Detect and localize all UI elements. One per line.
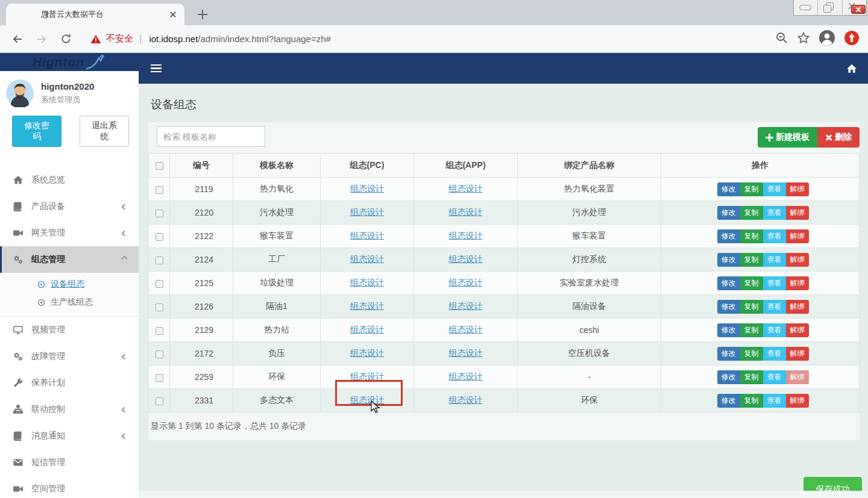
extension-icon[interactable]	[844, 30, 860, 48]
app-config-link[interactable]: 组态设计	[449, 348, 483, 358]
app-config-link[interactable]: 组态设计	[449, 231, 483, 240]
sidebar-subitem-line-config[interactable]: 生产线组态	[0, 293, 139, 311]
app-config-link[interactable]: 组态设计	[449, 395, 483, 405]
app-config-link[interactable]: 组态设计	[449, 184, 483, 193]
row-checkbox[interactable]	[156, 350, 163, 358]
copy-button[interactable]: 复制	[740, 182, 763, 196]
pc-config-link[interactable]: 组态设计	[350, 325, 384, 334]
search-input[interactable]	[157, 126, 265, 147]
new-template-button[interactable]: 新建模板	[758, 127, 817, 148]
back-button[interactable]	[8, 30, 27, 48]
app-config-link[interactable]: 组态设计	[449, 278, 483, 287]
copy-button[interactable]: 复制	[740, 206, 763, 220]
unbind-button[interactable]: 解绑	[786, 182, 809, 196]
forward-button[interactable]	[33, 30, 51, 48]
window-minimize-button[interactable]	[794, 0, 818, 15]
view-button[interactable]: 查看	[763, 253, 786, 267]
app-config-link[interactable]: 组态设计	[449, 325, 483, 334]
unbind-button[interactable]: 解绑	[786, 347, 809, 361]
window-restore-button[interactable]	[818, 0, 842, 15]
row-checkbox[interactable]	[156, 210, 163, 217]
logout-button[interactable]: 退出系统	[80, 116, 129, 147]
profile-avatar-icon[interactable]	[819, 30, 835, 48]
view-button[interactable]: 查看	[763, 300, 786, 314]
row-checkbox[interactable]	[156, 280, 163, 288]
view-button[interactable]: 查看	[763, 206, 786, 220]
pc-config-link[interactable]: 组态设计	[350, 348, 384, 358]
unbind-button[interactable]: 解绑	[786, 229, 809, 243]
sidebar-item-linkage[interactable]: 联动控制	[0, 396, 139, 423]
row-checkbox[interactable]	[156, 327, 163, 335]
unbind-button[interactable]: 解绑	[786, 323, 809, 337]
row-checkbox[interactable]	[156, 257, 163, 264]
view-button[interactable]: 查看	[763, 394, 786, 408]
sidebar-item-fault[interactable]: 故障管理	[0, 343, 139, 370]
reload-button[interactable]	[57, 30, 75, 48]
view-button[interactable]: 查看	[763, 276, 786, 290]
delete-button[interactable]: 删除	[817, 127, 860, 148]
pc-config-link[interactable]: 组态设计	[350, 184, 384, 193]
edit-button[interactable]: 修改	[717, 206, 740, 220]
sidebar-item-gateway[interactable]: 网关管理	[0, 220, 139, 246]
unbind-button[interactable]: 解绑	[786, 394, 809, 408]
unbind-button[interactable]: 解绑	[786, 370, 809, 384]
bookmark-star-icon[interactable]	[797, 31, 810, 46]
edit-button[interactable]: 修改	[717, 370, 740, 384]
pc-config-link[interactable]: 组态设计	[350, 372, 384, 381]
row-checkbox[interactable]	[156, 233, 163, 241]
pc-config-link[interactable]: 组态设计	[350, 301, 384, 311]
edit-button[interactable]: 修改	[717, 323, 740, 337]
home-icon[interactable]	[846, 63, 858, 74]
sidebar-subitem-device-config[interactable]: 设备组态	[0, 275, 139, 293]
url-bar[interactable]: 不安全 | iot.idosp.net /admin/index.html?la…	[90, 33, 775, 45]
sidebar-item-maintenance[interactable]: 保养计划	[0, 370, 139, 396]
app-config-link[interactable]: 组态设计	[449, 301, 483, 311]
app-config-link[interactable]: 组态设计	[449, 254, 483, 264]
pc-config-link[interactable]: 组态设计	[350, 278, 384, 287]
edit-button[interactable]: 修改	[717, 229, 740, 243]
edit-button[interactable]: 修改	[717, 182, 740, 196]
tab-close-icon[interactable]	[168, 9, 178, 20]
unbind-button[interactable]: 解绑	[786, 253, 809, 267]
edit-button[interactable]: 修改	[717, 300, 740, 314]
copy-button[interactable]: 复制	[740, 394, 763, 408]
pc-config-link[interactable]: 组态设计	[350, 231, 384, 240]
copy-button[interactable]: 复制	[740, 276, 763, 290]
sidebar-item-space[interactable]: 空间管理	[0, 476, 139, 498]
copy-button[interactable]: 复制	[740, 323, 763, 337]
zoom-out-icon[interactable]	[775, 31, 788, 46]
row-checkbox[interactable]	[156, 397, 163, 405]
change-password-button[interactable]: 修改密码	[12, 116, 61, 147]
row-checkbox[interactable]	[156, 303, 163, 311]
app-config-link[interactable]: 组态设计	[449, 207, 483, 217]
sidebar-item-products[interactable]: 产品设备	[0, 193, 139, 220]
unbind-button[interactable]: 解绑	[786, 276, 809, 290]
view-button[interactable]: 查看	[763, 323, 786, 337]
row-checkbox[interactable]	[156, 374, 163, 382]
view-button[interactable]: 查看	[763, 370, 786, 384]
browser-tab[interactable]: 思普云大数据平台	[6, 4, 184, 25]
sidebar-item-message[interactable]: 消息通知	[0, 423, 139, 449]
unbind-button[interactable]: 解绑	[786, 206, 809, 220]
hamburger-menu-icon[interactable]	[151, 64, 163, 73]
pc-config-link[interactable]: 组态设计	[350, 254, 384, 264]
view-button[interactable]: 查看	[763, 229, 786, 243]
sidebar-item-config-mgmt[interactable]: 组态管理	[0, 246, 139, 273]
new-tab-button[interactable]	[195, 7, 210, 22]
view-button[interactable]: 查看	[763, 182, 786, 196]
view-button[interactable]: 查看	[763, 347, 786, 361]
edit-button[interactable]: 修改	[717, 276, 740, 290]
pc-config-link[interactable]: 组态设计	[350, 395, 384, 405]
copy-button[interactable]: 复制	[740, 253, 763, 267]
copy-button[interactable]: 复制	[740, 300, 763, 314]
edit-button[interactable]: 修改	[717, 253, 740, 267]
row-checkbox[interactable]	[156, 186, 163, 194]
edit-button[interactable]: 修改	[717, 347, 740, 361]
pc-config-link[interactable]: 组态设计	[350, 207, 384, 217]
select-all-checkbox[interactable]	[156, 162, 163, 170]
copy-button[interactable]: 复制	[740, 229, 763, 243]
sidebar-item-sms[interactable]: 短信管理	[0, 449, 139, 476]
sidebar-item-video[interactable]: 视频管理	[0, 317, 139, 343]
unbind-button[interactable]: 解绑	[786, 300, 809, 314]
sidebar-item-overview[interactable]: 系统总览	[0, 167, 139, 193]
